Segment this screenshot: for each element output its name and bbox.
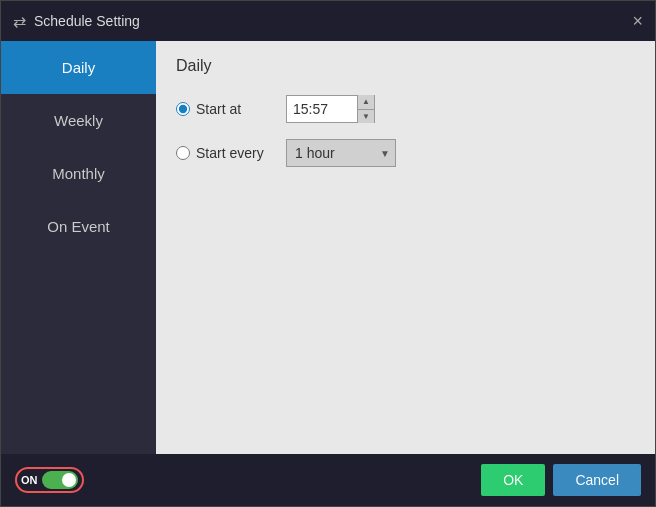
sidebar-item-weekly[interactable]: Weekly [1, 94, 156, 147]
start-at-radio[interactable] [176, 102, 190, 116]
start-at-row: Start at ▲ ▼ [176, 95, 635, 123]
sidebar-item-monthly[interactable]: Monthly [1, 147, 156, 200]
on-off-toggle[interactable]: ON [15, 467, 84, 493]
title-bar-left: ⇄ Schedule Setting [13, 12, 140, 31]
start-at-label[interactable]: Start at [176, 101, 276, 117]
main-panel: Daily Start at ▲ ▼ [156, 41, 655, 454]
spin-buttons: ▲ ▼ [357, 95, 374, 123]
title-bar: ⇄ Schedule Setting × [1, 1, 655, 41]
time-spin-down[interactable]: ▼ [358, 109, 374, 124]
interval-select[interactable]: 1 hour 2 hours 3 hours 6 hours 12 hours [286, 139, 396, 167]
ok-button[interactable]: OK [481, 464, 545, 496]
schedule-setting-dialog: ⇄ Schedule Setting × Daily Weekly Monthl… [0, 0, 656, 507]
toggle-thumb [62, 473, 76, 487]
cancel-button[interactable]: Cancel [553, 464, 641, 496]
start-every-radio[interactable] [176, 146, 190, 160]
toggle-track [42, 471, 78, 489]
time-input[interactable] [287, 96, 357, 122]
sidebar-item-on-event[interactable]: On Event [1, 200, 156, 253]
schedule-icon: ⇄ [13, 12, 26, 31]
time-input-wrapper: ▲ ▼ [286, 95, 375, 123]
footer: ON OK Cancel [1, 454, 655, 506]
sidebar-item-daily[interactable]: Daily [1, 41, 156, 94]
content-area: Daily Weekly Monthly On Event Daily Star… [1, 41, 655, 454]
close-button[interactable]: × [632, 12, 643, 30]
start-every-row: Start every 1 hour 2 hours 3 hours 6 hou… [176, 139, 635, 167]
sidebar: Daily Weekly Monthly On Event [1, 41, 156, 454]
dialog-title: Schedule Setting [34, 13, 140, 29]
time-spin-up[interactable]: ▲ [358, 95, 374, 109]
panel-title: Daily [176, 57, 635, 75]
start-every-label[interactable]: Start every [176, 145, 276, 161]
toggle-label: ON [21, 474, 38, 486]
footer-buttons: OK Cancel [481, 464, 641, 496]
interval-select-wrapper: 1 hour 2 hours 3 hours 6 hours 12 hours … [286, 139, 396, 167]
